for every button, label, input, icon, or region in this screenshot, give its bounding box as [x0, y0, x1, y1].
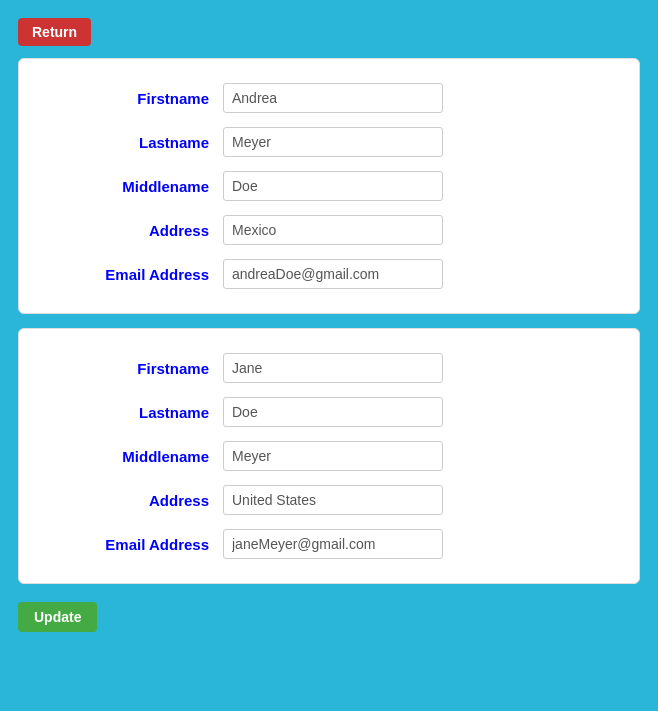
card2-email-row: Email Address [49, 529, 609, 559]
card1-lastname-input[interactable] [223, 127, 443, 157]
card1-firstname-row: Firstname [49, 83, 609, 113]
card2-middlename-label: Middlename [49, 448, 209, 465]
card1-email-row: Email Address [49, 259, 609, 289]
card1-middlename-label: Middlename [49, 178, 209, 195]
card2-email-input[interactable] [223, 529, 443, 559]
card2-middlename-row: Middlename [49, 441, 609, 471]
card1-middlename-row: Middlename [49, 171, 609, 201]
card1-firstname-label: Firstname [49, 90, 209, 107]
card1-lastname-row: Lastname [49, 127, 609, 157]
card1-email-label: Email Address [49, 266, 209, 283]
card1-email-input[interactable] [223, 259, 443, 289]
card1-lastname-label: Lastname [49, 134, 209, 151]
card2-address-label: Address [49, 492, 209, 509]
card1-firstname-input[interactable] [223, 83, 443, 113]
card-1: Firstname Lastname Middlename Address Em… [18, 58, 640, 314]
card1-middlename-input[interactable] [223, 171, 443, 201]
card1-address-row: Address [49, 215, 609, 245]
card-2: Firstname Lastname Middlename Address Em… [18, 328, 640, 584]
card2-lastname-row: Lastname [49, 397, 609, 427]
page-container: Return Firstname Lastname Middlename Add… [10, 10, 648, 640]
card2-address-input[interactable] [223, 485, 443, 515]
card1-address-input[interactable] [223, 215, 443, 245]
card2-firstname-row: Firstname [49, 353, 609, 383]
card2-firstname-input[interactable] [223, 353, 443, 383]
update-button[interactable]: Update [18, 602, 97, 632]
card1-address-label: Address [49, 222, 209, 239]
card2-middlename-input[interactable] [223, 441, 443, 471]
return-button[interactable]: Return [18, 18, 91, 46]
card2-lastname-label: Lastname [49, 404, 209, 421]
card2-lastname-input[interactable] [223, 397, 443, 427]
card2-firstname-label: Firstname [49, 360, 209, 377]
card2-email-label: Email Address [49, 536, 209, 553]
card2-address-row: Address [49, 485, 609, 515]
